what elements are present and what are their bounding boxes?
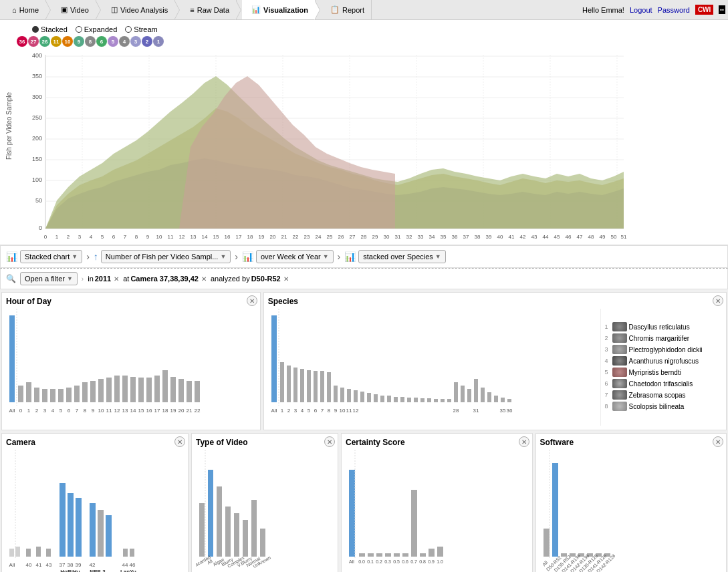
- svg-text:51: 51: [621, 234, 627, 240]
- week-badge-6[interactable]: 6: [96, 36, 107, 47]
- species-img-6: [612, 379, 627, 388]
- metric-dropdown[interactable]: Number of Fish per Video Sampl... ▼: [101, 250, 231, 263]
- week-badge-8[interactable]: 8: [85, 36, 96, 47]
- species-panel-title: Species: [268, 297, 722, 306]
- species-panel-content: All 1 2 3 4 5 6 7 8 9 10 11 12 28 31 35 …: [268, 309, 722, 426]
- chart-type-dropdown[interactable]: Stacked chart ▼: [20, 250, 82, 263]
- toolbar-arrow-2: ›: [235, 251, 238, 262]
- nav-home[interactable]: ⌂ Home: [3, 0, 46, 19]
- week-badge-2[interactable]: 2: [142, 36, 152, 47]
- week-badge-27[interactable]: 27: [28, 36, 39, 47]
- species-panel-close[interactable]: ✕: [713, 295, 723, 306]
- svg-text:20: 20: [270, 234, 276, 240]
- xaxis-dropdown[interactable]: over Week of Year ▼: [256, 250, 334, 263]
- nav-report[interactable]: 📋 Report: [321, 0, 372, 19]
- svg-rect-233: [411, 490, 417, 557]
- week-badge-10[interactable]: 10: [62, 36, 73, 47]
- svg-text:41: 41: [509, 234, 515, 240]
- software-panel-close[interactable]: ✕: [713, 436, 723, 447]
- svg-text:0: 0: [44, 234, 47, 240]
- svg-text:41: 41: [36, 562, 42, 568]
- nav-video-analysis[interactable]: ◫ Video Analysis: [102, 0, 175, 19]
- svg-rect-103: [195, 381, 200, 402]
- nav-video[interactable]: ▣ Video: [51, 0, 96, 19]
- password-link[interactable]: Password: [658, 6, 690, 14]
- chart-type-caret: ▼: [72, 253, 78, 260]
- svg-text:3: 3: [43, 408, 47, 414]
- logout-link[interactable]: Logout: [630, 6, 652, 14]
- svg-text:11: 11: [346, 408, 352, 414]
- week-badge-3[interactable]: 3: [130, 36, 141, 47]
- svg-rect-212: [225, 507, 231, 557]
- svg-rect-162: [501, 398, 505, 402]
- week-badge-1[interactable]: 1: [153, 36, 164, 47]
- svg-text:10: 10: [98, 408, 104, 414]
- chart-area: Stacked Expanded Stream Fish per Video S…: [0, 20, 728, 245]
- svg-rect-135: [320, 371, 324, 402]
- certainty-panel-close[interactable]: ✕: [519, 436, 529, 447]
- week-badge-9[interactable]: 9: [74, 36, 84, 47]
- week-badge-11[interactable]: 11: [51, 36, 62, 47]
- nav-arrow-inner: [95, 0, 100, 20]
- toolbar-arrow-1: ›: [86, 251, 90, 262]
- week-badge-36[interactable]: 36: [17, 36, 27, 47]
- svg-text:1.0: 1.0: [437, 559, 443, 564]
- week-badge-4[interactable]: 4: [119, 36, 130, 47]
- stack-dropdown[interactable]: stacked over Species ▼: [358, 250, 445, 263]
- species-bar-all[interactable]: [271, 315, 277, 402]
- svg-rect-214: [243, 520, 248, 557]
- species-num-6: 6: [605, 380, 610, 387]
- svg-text:7: 7: [124, 234, 127, 240]
- stack-icon: 📊: [344, 251, 356, 262]
- species-name-6: Chaetodon trifascialis: [629, 380, 693, 388]
- species-img-5: [612, 368, 627, 377]
- svg-rect-83: [34, 388, 39, 402]
- species-chart-svg: All 1 2 3 4 5 6 7 8 9 10 11 12 28 31 35 …: [268, 309, 598, 426]
- hour-bar-all[interactable]: [9, 315, 15, 402]
- legend-stream[interactable]: Stream: [125, 25, 157, 33]
- svg-text:9: 9: [92, 408, 95, 414]
- nav-raw-data[interactable]: ≡ Raw Data: [180, 0, 237, 19]
- svg-text:22: 22: [195, 408, 201, 414]
- filter-camera-remove[interactable]: ✕: [201, 275, 207, 283]
- camera-panel-close[interactable]: ✕: [174, 436, 185, 447]
- week-badges-container: 36 27 26 11 10 9 8 6 5 4 3 2 1: [17, 36, 723, 47]
- svg-text:36: 36: [452, 234, 458, 240]
- svg-rect-98: [154, 376, 160, 402]
- svg-text:All: All: [271, 408, 277, 414]
- svg-text:42: 42: [90, 562, 96, 568]
- nav-visualization[interactable]: 📊 Visualization: [242, 0, 316, 19]
- metric-icon: ↑: [94, 251, 98, 262]
- svg-text:3: 3: [293, 408, 297, 414]
- svg-rect-183: [15, 547, 20, 557]
- svg-text:LanYu: LanYu: [120, 569, 136, 572]
- species-name-8: Scolopsis bilineata: [629, 403, 685, 410]
- nav-analysis-label: Video Analysis: [120, 6, 168, 14]
- certainty-panel-title: Certainty Score: [346, 438, 528, 447]
- species-legend-item-3: 3 Plectroglyphidodon dickii: [605, 345, 722, 354]
- hour-panel-close[interactable]: ✕: [247, 295, 257, 306]
- svg-text:350: 350: [32, 73, 42, 80]
- legend-expanded[interactable]: Expanded: [76, 25, 118, 33]
- svg-text:49: 49: [600, 234, 606, 240]
- open-filter-btn[interactable]: Open a filter ▼: [20, 272, 78, 285]
- week-badge-5[interactable]: 5: [108, 36, 118, 47]
- week-badge-26[interactable]: 26: [39, 36, 50, 47]
- svg-text:34: 34: [429, 234, 435, 240]
- filter-analyzed-remove[interactable]: ✕: [283, 275, 289, 283]
- svg-text:0.9: 0.9: [428, 559, 435, 564]
- legend-stacked[interactable]: Stacked: [32, 25, 68, 33]
- svg-rect-158: [474, 379, 478, 402]
- svg-text:50: 50: [35, 197, 42, 204]
- main-chart-svg: 400 350 300 250 200 150 100 50 0: [15, 48, 630, 242]
- svg-text:36: 36: [506, 408, 512, 414]
- species-img-2: [612, 333, 627, 343]
- filter-year-remove[interactable]: ✕: [114, 275, 119, 283]
- filter-analyzed-tag: analyzed by D50-R52 ✕: [211, 275, 289, 283]
- type-panel-close[interactable]: ✕: [324, 436, 335, 447]
- metric-caret: ▼: [220, 253, 226, 260]
- svg-text:14: 14: [202, 234, 208, 240]
- svg-rect-149: [414, 398, 418, 402]
- nav-report-label: Report: [342, 6, 364, 14]
- svg-text:12: 12: [179, 234, 185, 240]
